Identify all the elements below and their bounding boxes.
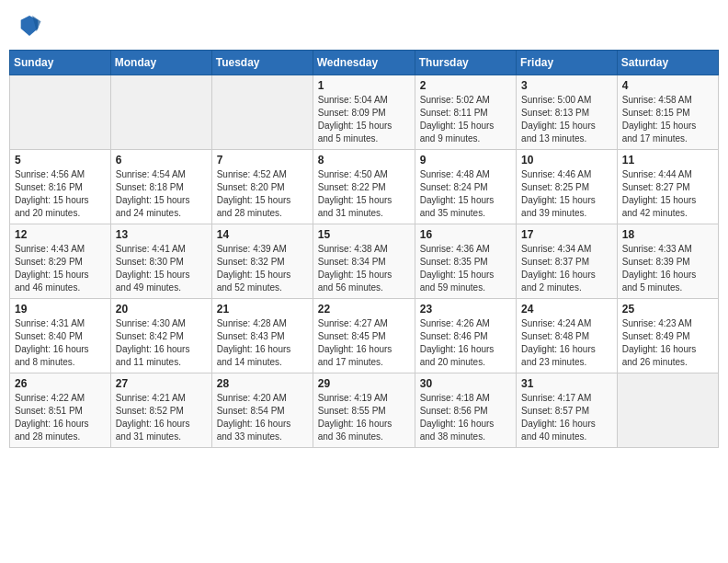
calendar-cell: 5Sunrise: 4:56 AM Sunset: 8:16 PM Daylig… <box>10 150 111 224</box>
day-info: Sunrise: 5:04 AM Sunset: 8:09 PM Dayligh… <box>318 94 411 145</box>
calendar-cell: 17Sunrise: 4:34 AM Sunset: 8:37 PM Dayli… <box>517 224 618 299</box>
logo-icon <box>17 13 42 39</box>
day-number: 16 <box>420 228 512 241</box>
day-number: 28 <box>217 377 309 390</box>
calendar-cell: 22Sunrise: 4:27 AM Sunset: 8:45 PM Dayli… <box>313 299 415 373</box>
day-info: Sunrise: 4:41 AM Sunset: 8:30 PM Dayligh… <box>116 243 208 294</box>
day-number: 14 <box>217 228 309 241</box>
day-number: 26 <box>15 377 107 390</box>
calendar-cell <box>617 373 718 448</box>
calendar-cell: 18Sunrise: 4:33 AM Sunset: 8:39 PM Dayli… <box>617 224 718 299</box>
day-info: Sunrise: 4:20 AM Sunset: 8:54 PM Dayligh… <box>217 392 309 443</box>
day-number: 13 <box>116 228 208 241</box>
calendar-cell: 6Sunrise: 4:54 AM Sunset: 8:18 PM Daylig… <box>110 150 211 224</box>
calendar-cell: 2Sunrise: 5:02 AM Sunset: 8:11 PM Daylig… <box>415 75 516 150</box>
day-info: Sunrise: 4:27 AM Sunset: 8:45 PM Dayligh… <box>318 317 411 369</box>
day-info: Sunrise: 4:39 AM Sunset: 8:32 PM Dayligh… <box>217 243 309 294</box>
day-info: Sunrise: 4:34 AM Sunset: 8:37 PM Dayligh… <box>521 243 613 294</box>
calendar-cell: 11Sunrise: 4:44 AM Sunset: 8:27 PM Dayli… <box>617 150 718 224</box>
calendar-cell: 24Sunrise: 4:24 AM Sunset: 8:48 PM Dayli… <box>517 299 618 373</box>
calendar-cell: 30Sunrise: 4:18 AM Sunset: 8:56 PM Dayli… <box>415 373 516 448</box>
calendar-table: SundayMondayTuesdayWednesdayThursdayFrid… <box>9 50 719 448</box>
day-number: 5 <box>15 154 107 167</box>
calendar-cell: 1Sunrise: 5:04 AM Sunset: 8:09 PM Daylig… <box>313 75 415 150</box>
calendar-cell: 28Sunrise: 4:20 AM Sunset: 8:54 PM Dayli… <box>211 373 313 448</box>
day-number: 11 <box>622 154 714 167</box>
day-number: 1 <box>318 79 411 92</box>
calendar-week-row: 19Sunrise: 4:31 AM Sunset: 8:40 PM Dayli… <box>10 299 719 373</box>
day-info: Sunrise: 4:52 AM Sunset: 8:20 PM Dayligh… <box>217 168 309 220</box>
logo <box>17 13 44 39</box>
day-info: Sunrise: 4:44 AM Sunset: 8:27 PM Dayligh… <box>622 168 714 220</box>
calendar-cell: 7Sunrise: 4:52 AM Sunset: 8:20 PM Daylig… <box>211 150 313 224</box>
calendar-cell: 14Sunrise: 4:39 AM Sunset: 8:32 PM Dayli… <box>211 224 313 299</box>
day-number: 29 <box>318 377 411 390</box>
calendar-cell <box>110 75 211 150</box>
day-info: Sunrise: 4:24 AM Sunset: 8:48 PM Dayligh… <box>521 317 613 369</box>
day-info: Sunrise: 4:26 AM Sunset: 8:46 PM Dayligh… <box>420 317 512 369</box>
calendar-week-row: 1Sunrise: 5:04 AM Sunset: 8:09 PM Daylig… <box>10 75 719 150</box>
day-info: Sunrise: 4:18 AM Sunset: 8:56 PM Dayligh… <box>420 392 512 443</box>
calendar-cell: 26Sunrise: 4:22 AM Sunset: 8:51 PM Dayli… <box>10 373 111 448</box>
day-number: 8 <box>318 154 411 167</box>
day-number: 22 <box>318 303 411 316</box>
day-info: Sunrise: 4:21 AM Sunset: 8:52 PM Dayligh… <box>116 392 208 443</box>
day-of-week-header: Thursday <box>415 51 516 75</box>
day-info: Sunrise: 4:46 AM Sunset: 8:25 PM Dayligh… <box>521 168 613 220</box>
day-number: 18 <box>622 228 714 241</box>
calendar-cell: 4Sunrise: 4:58 AM Sunset: 8:15 PM Daylig… <box>617 75 718 150</box>
day-info: Sunrise: 4:28 AM Sunset: 8:43 PM Dayligh… <box>217 317 309 369</box>
day-info: Sunrise: 4:50 AM Sunset: 8:22 PM Dayligh… <box>318 168 411 220</box>
day-number: 27 <box>116 377 208 390</box>
day-info: Sunrise: 5:00 AM Sunset: 8:13 PM Dayligh… <box>521 94 613 145</box>
day-of-week-header: Saturday <box>617 51 718 75</box>
day-number: 15 <box>318 228 411 241</box>
calendar-week-row: 12Sunrise: 4:43 AM Sunset: 8:29 PM Dayli… <box>10 224 719 299</box>
calendar-cell: 10Sunrise: 4:46 AM Sunset: 8:25 PM Dayli… <box>517 150 618 224</box>
day-info: Sunrise: 4:54 AM Sunset: 8:18 PM Dayligh… <box>116 168 208 220</box>
day-info: Sunrise: 5:02 AM Sunset: 8:11 PM Dayligh… <box>420 94 512 145</box>
day-info: Sunrise: 4:33 AM Sunset: 8:39 PM Dayligh… <box>622 243 714 294</box>
calendar-cell: 19Sunrise: 4:31 AM Sunset: 8:40 PM Dayli… <box>10 299 111 373</box>
day-info: Sunrise: 4:43 AM Sunset: 8:29 PM Dayligh… <box>15 243 107 294</box>
calendar-cell: 12Sunrise: 4:43 AM Sunset: 8:29 PM Dayli… <box>10 224 111 299</box>
calendar-cell: 8Sunrise: 4:50 AM Sunset: 8:22 PM Daylig… <box>313 150 415 224</box>
day-of-week-header: Wednesday <box>313 51 415 75</box>
calendar-cell <box>10 75 111 150</box>
calendar-header-row: SundayMondayTuesdayWednesdayThursdayFrid… <box>10 51 719 75</box>
calendar-cell: 15Sunrise: 4:38 AM Sunset: 8:34 PM Dayli… <box>313 224 415 299</box>
calendar-cell: 31Sunrise: 4:17 AM Sunset: 8:57 PM Dayli… <box>517 373 618 448</box>
day-number: 23 <box>420 303 512 316</box>
day-number: 17 <box>521 228 613 241</box>
page-header <box>9 9 719 42</box>
calendar-cell: 16Sunrise: 4:36 AM Sunset: 8:35 PM Dayli… <box>415 224 516 299</box>
day-number: 4 <box>622 79 714 92</box>
day-info: Sunrise: 4:19 AM Sunset: 8:55 PM Dayligh… <box>318 392 411 443</box>
day-info: Sunrise: 4:48 AM Sunset: 8:24 PM Dayligh… <box>420 168 512 220</box>
day-number: 12 <box>15 228 107 241</box>
calendar-week-row: 5Sunrise: 4:56 AM Sunset: 8:16 PM Daylig… <box>10 150 719 224</box>
calendar-cell <box>211 75 313 150</box>
day-of-week-header: Friday <box>517 51 618 75</box>
day-of-week-header: Tuesday <box>211 51 313 75</box>
day-number: 31 <box>521 377 613 390</box>
day-info: Sunrise: 4:38 AM Sunset: 8:34 PM Dayligh… <box>318 243 411 294</box>
day-number: 2 <box>420 79 512 92</box>
day-of-week-header: Monday <box>110 51 211 75</box>
day-info: Sunrise: 4:30 AM Sunset: 8:42 PM Dayligh… <box>116 317 208 369</box>
calendar-cell: 23Sunrise: 4:26 AM Sunset: 8:46 PM Dayli… <box>415 299 516 373</box>
calendar-cell: 13Sunrise: 4:41 AM Sunset: 8:30 PM Dayli… <box>110 224 211 299</box>
calendar-cell: 25Sunrise: 4:23 AM Sunset: 8:49 PM Dayli… <box>617 299 718 373</box>
calendar-cell: 20Sunrise: 4:30 AM Sunset: 8:42 PM Dayli… <box>110 299 211 373</box>
day-info: Sunrise: 4:56 AM Sunset: 8:16 PM Dayligh… <box>15 168 107 220</box>
day-number: 25 <box>622 303 714 316</box>
day-info: Sunrise: 4:31 AM Sunset: 8:40 PM Dayligh… <box>15 317 107 369</box>
day-number: 3 <box>521 79 613 92</box>
calendar-cell: 9Sunrise: 4:48 AM Sunset: 8:24 PM Daylig… <box>415 150 516 224</box>
day-number: 10 <box>521 154 613 167</box>
calendar-cell: 21Sunrise: 4:28 AM Sunset: 8:43 PM Dayli… <box>211 299 313 373</box>
day-number: 19 <box>15 303 107 316</box>
day-number: 21 <box>217 303 309 316</box>
day-info: Sunrise: 4:22 AM Sunset: 8:51 PM Dayligh… <box>15 392 107 443</box>
day-number: 24 <box>521 303 613 316</box>
